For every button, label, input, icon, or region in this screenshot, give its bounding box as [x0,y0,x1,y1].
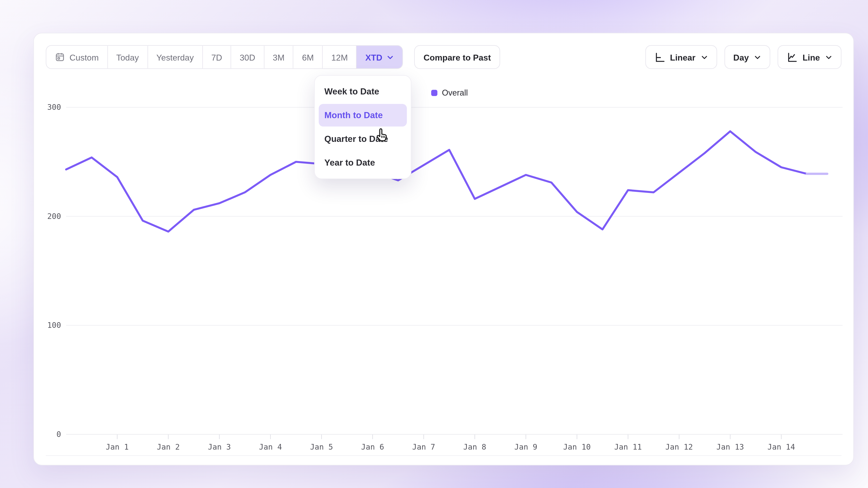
svg-text:Jan 1: Jan 1 [106,443,129,451]
linear-scale-icon [654,52,665,63]
chart-toolbar: CustomTodayYesterday7D30D3M6M12MXTD Comp… [46,45,842,69]
line-chart: 0100200300Jan 1Jan 2Jan 3Jan 4Jan 5Jan 6… [34,33,853,465]
dropdown-item-year-to-date[interactable]: Year to Date [319,151,407,174]
chevron-down-icon [387,53,394,61]
time-range-today[interactable]: Today [107,46,147,68]
interval-select-label: Day [733,52,749,62]
time-range-label: Today [116,52,139,62]
insights-chart-card: CustomTodayYesterday7D30D3M6M12MXTD Comp… [33,33,854,465]
svg-text:Jan 6: Jan 6 [361,443,384,451]
time-range-label: Yesterday [156,52,194,62]
chart-display-controls: Linear Day Line [645,45,841,69]
legend-swatch-overall [431,90,438,96]
svg-text:Jan 13: Jan 13 [716,443,744,451]
chart-type-select-label: Line [802,52,820,62]
chart-legend: Overall [431,88,468,97]
svg-text:0: 0 [57,430,61,439]
page-background: CustomTodayYesterday7D30D3M6M12MXTD Comp… [0,0,868,488]
time-range-3m[interactable]: 3M [264,46,293,68]
svg-text:Jan 3: Jan 3 [208,443,231,451]
svg-text:Jan 9: Jan 9 [515,443,537,451]
dropdown-item-month-to-date[interactable]: Month to Date [319,104,407,127]
dropdown-item-quarter-to-date[interactable]: Quarter to Date [319,128,407,150]
chart-type-select-button[interactable]: Line [778,45,841,69]
time-range-segmented-control: CustomTodayYesterday7D30D3M6M12MXTD [46,45,403,69]
compare-to-past-button[interactable]: Compare to Past [414,45,500,69]
time-range-label: Custom [70,52,99,62]
svg-text:Jan 11: Jan 11 [614,443,642,451]
svg-text:300: 300 [47,103,61,111]
calendar-icon [55,52,65,62]
interval-select-button[interactable]: Day [724,45,770,69]
legend-label-overall: Overall [442,88,468,97]
scale-select-button[interactable]: Linear [645,45,717,69]
chevron-down-icon [701,53,708,61]
scale-select-label: Linear [670,52,695,62]
svg-text:Jan 8: Jan 8 [463,443,487,451]
chevron-down-icon [825,53,833,61]
time-range-custom[interactable]: Custom [46,46,107,68]
time-range-12m[interactable]: 12M [322,46,356,68]
svg-text:Jan 4: Jan 4 [259,443,282,451]
svg-text:Jan 12: Jan 12 [665,443,693,451]
time-range-6m[interactable]: 6M [293,46,322,68]
svg-text:Jan 7: Jan 7 [412,443,435,451]
time-range-xtd[interactable]: XTD [356,46,403,68]
chart-bottom-divider [46,455,842,456]
time-range-label: XTD [365,52,382,62]
dropdown-item-week-to-date[interactable]: Week to Date [319,80,407,103]
svg-text:Jan 5: Jan 5 [310,443,333,451]
time-range-label: 12M [331,52,348,62]
chevron-down-icon [754,53,761,61]
svg-text:Jan 2: Jan 2 [157,443,180,451]
time-range-7d[interactable]: 7D [202,46,230,68]
svg-text:Jan 14: Jan 14 [767,443,795,451]
time-range-label: 7D [211,52,222,62]
hand-cursor-icon [374,128,389,142]
svg-text:100: 100 [47,321,61,330]
svg-text:Jan 10: Jan 10 [563,443,591,451]
compare-to-past-label: Compare to Past [424,52,491,62]
svg-text:200: 200 [47,212,61,221]
time-range-label: 6M [302,52,314,62]
line-chart-icon [786,52,798,63]
time-range-dropdown-menu: Week to DateMonth to DateQuarter to Date… [314,75,411,179]
time-range-label: 30D [240,52,255,62]
time-range-label: 3M [273,52,285,62]
time-range-30d[interactable]: 30D [230,46,264,68]
time-range-yesterday[interactable]: Yesterday [147,46,202,68]
